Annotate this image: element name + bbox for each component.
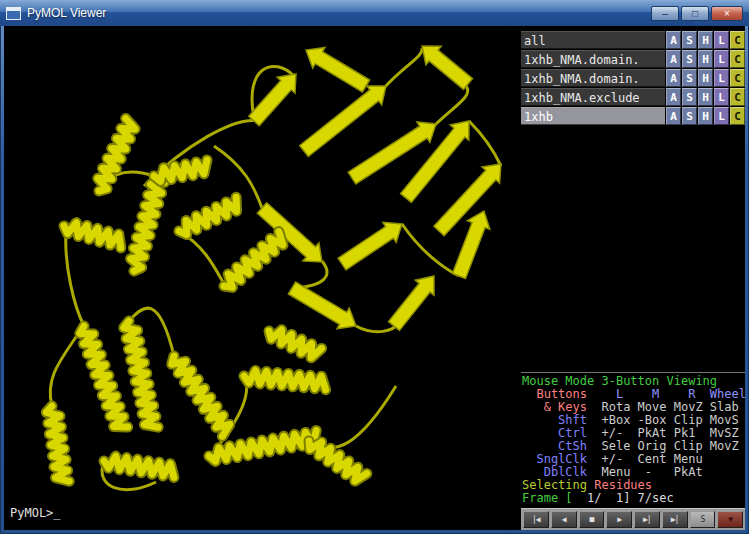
hide-button[interactable]: H [698, 31, 713, 49]
mouse-text-segment: CtSh [522, 439, 594, 453]
hide-button[interactable]: H [698, 50, 713, 68]
titlebar[interactable]: PyMOL Viewer – □ × [0, 0, 749, 26]
show-button[interactable]: S [682, 31, 697, 49]
object-row[interactable]: 1xhb_NMA.excludeASHLC [521, 88, 745, 106]
show-button[interactable]: S [682, 107, 697, 125]
color-button[interactable]: C [730, 69, 745, 87]
object-row[interactable]: allASHLC [521, 31, 745, 49]
object-name[interactable]: 1xhb [521, 107, 665, 125]
window-controls: – □ × [651, 5, 743, 21]
color-button[interactable]: C [730, 88, 745, 106]
action-button[interactable]: A [666, 88, 681, 106]
color-button[interactable]: C [730, 31, 745, 49]
color-button[interactable]: C [730, 107, 745, 125]
go-to-start-button[interactable]: |◀ [523, 511, 549, 528]
show-button[interactable]: S [682, 50, 697, 68]
mouse-panel[interactable]: Mouse Mode 3-Button Viewing Buttons L M … [521, 372, 745, 508]
mouse-text-segment: & Keys [522, 400, 594, 414]
mouse-text-segment: Ctrl [522, 426, 594, 440]
go-to-end-button[interactable]: ▶| [662, 511, 688, 528]
sidebar-spacer [521, 126, 745, 372]
show-button[interactable]: S [682, 88, 697, 106]
playback-bar: |◀◀■▶▶|▶|S▼ [521, 508, 745, 530]
close-button[interactable]: × [711, 6, 743, 21]
object-row[interactable]: 1xhb_NMA.domain.ASHLC [521, 50, 745, 68]
protein-structure[interactable] [4, 26, 520, 530]
sidebar: allASHLC1xhb_NMA.domain.ASHLC1xhb_NMA.do… [521, 26, 745, 530]
mouse-text-segment: Selecting [522, 478, 594, 492]
window-title: PyMOL Viewer [27, 6, 106, 20]
command-prompt[interactable]: PyMOL>_ [10, 506, 61, 520]
minimize-button[interactable]: – [651, 6, 679, 21]
label-button[interactable]: L [714, 69, 729, 87]
action-button[interactable]: A [666, 69, 681, 87]
pymol-window: PyMOL Viewer – □ × PyMOL>_ allASHLC1xhb_… [0, 0, 749, 534]
object-row[interactable]: 1xhb_NMA.domain.ASHLC [521, 69, 745, 87]
mouse-text-segment: Shft [522, 413, 594, 427]
stop-button[interactable]: ■ [579, 511, 605, 528]
action-button[interactable]: A [666, 107, 681, 125]
scene-button[interactable]: S [690, 511, 716, 528]
maximize-button[interactable]: □ [681, 6, 709, 21]
window-icon[interactable] [6, 7, 21, 20]
mouse-text-segment: Rota Move MovZ Slab [594, 400, 739, 414]
color-button[interactable]: C [730, 50, 745, 68]
object-name[interactable]: 1xhb_NMA.exclude [521, 88, 665, 106]
hide-button[interactable]: H [698, 88, 713, 106]
label-button[interactable]: L [714, 50, 729, 68]
mouse-text-segment: Mouse Mode 3-Button Viewing [522, 374, 717, 388]
label-button[interactable]: L [714, 31, 729, 49]
step-back-button[interactable]: ◀ [551, 511, 577, 528]
object-list: allASHLC1xhb_NMA.domain.ASHLC1xhb_NMA.do… [521, 31, 745, 126]
viewport[interactable]: PyMOL>_ [4, 26, 520, 530]
mouse-text-segment: +/- Cent Menu [594, 452, 702, 466]
mouse-text-segment: DblClk [522, 465, 594, 479]
action-button[interactable]: A [666, 50, 681, 68]
mouse-text-segment: Residues [594, 478, 652, 492]
mouse-text-segment: +Box -Box Clip MovS [594, 413, 739, 427]
step-forward-button[interactable]: ▶| [634, 511, 660, 528]
label-button[interactable]: L [714, 88, 729, 106]
mouse-text-segment: 1/ 1] 7/sec [580, 491, 674, 505]
object-name[interactable]: 1xhb_NMA.domain. [521, 69, 665, 87]
object-name[interactable]: 1xhb_NMA.domain. [521, 50, 665, 68]
hide-button[interactable]: H [698, 69, 713, 87]
mouse-text-segment: Menu - PkAt [594, 465, 702, 479]
mouse-panel-line: Frame [ 1/ 1] 7/sec [522, 492, 745, 505]
object-row[interactable]: 1xhbASHLC [521, 107, 745, 125]
object-name[interactable]: all [521, 31, 665, 49]
mouse-text-segment: +/- PkAt Pk1 MvSZ [594, 426, 739, 440]
action-button[interactable]: A [666, 31, 681, 49]
mouse-text-segment: Buttons [522, 387, 594, 401]
fullscreen-button[interactable]: ▼ [717, 511, 743, 528]
label-button[interactable]: L [714, 107, 729, 125]
mouse-text-segment: Sele Orig Clip MovZ [594, 439, 739, 453]
show-button[interactable]: S [682, 69, 697, 87]
play-button[interactable]: ▶ [606, 511, 632, 528]
window-content: PyMOL>_ allASHLC1xhb_NMA.domain.ASHLC1xh… [4, 26, 745, 530]
mouse-text-segment: L M R Wheel [594, 387, 746, 401]
mouse-text-segment: SnglClk [522, 452, 594, 466]
mouse-text-segment: Frame [ [522, 491, 580, 505]
hide-button[interactable]: H [698, 107, 713, 125]
